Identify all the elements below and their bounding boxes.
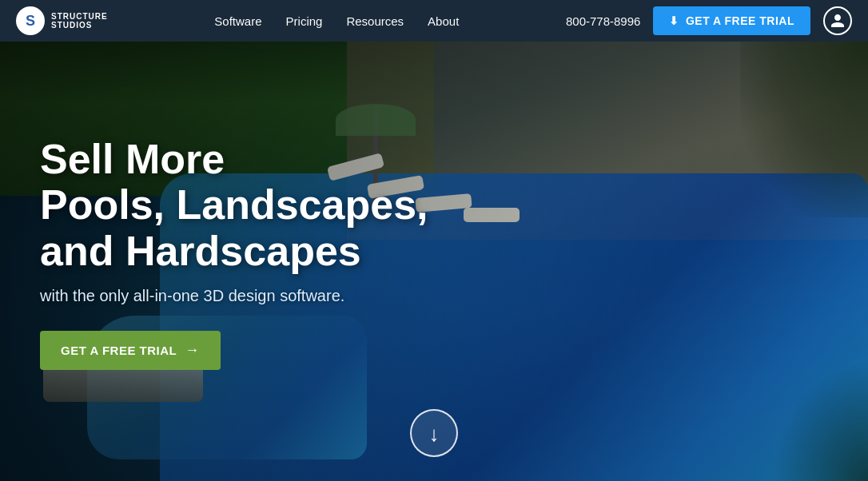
phone-number: 800-778-8996 [566,14,640,28]
brand-name-line1: STRUCTURE [51,12,108,21]
download-icon: ⬇ [669,14,679,27]
hero-subheadline: with the only all-in-one 3D design softw… [40,287,440,305]
hero-headline-line1: Sell More [40,136,225,182]
hero-cta-button[interactable]: GET A FREE TRIAL → [40,331,221,370]
scroll-down-icon: ↓ [429,423,440,444]
hero-headline-line3: and Hardscapes [40,228,361,274]
user-account-icon[interactable] [823,6,852,35]
hero-section: Sell More Pools, Landscapes, and Hardsca… [0,42,868,481]
navbar-cta-label: GET A FREE TRIAL [686,14,794,27]
hero-cta-label: GET A FREE TRIAL [61,344,177,357]
nav-links: Software Pricing Resources About [214,14,459,28]
brand-name-line2: STUDIOS [51,21,108,30]
navbar: S STRUCTURE STUDIOS Software Pricing Res… [0,0,868,42]
nav-item-software[interactable]: Software [214,14,261,28]
navbar-cta-button[interactable]: ⬇ GET A FREE TRIAL [653,6,810,35]
hero-cta-arrow: → [185,342,200,359]
logo-area: S STRUCTURE STUDIOS [16,6,108,35]
navbar-right: 800-778-8996 ⬇ GET A FREE TRIAL [566,6,852,35]
nav-item-resources[interactable]: Resources [346,14,404,28]
brand-name: STRUCTURE STUDIOS [51,12,108,30]
nav-item-about[interactable]: About [428,14,459,28]
hero-headline: Sell More Pools, Landscapes, and Hardsca… [40,137,504,274]
logo-icon[interactable]: S [16,6,45,35]
user-svg [830,13,846,29]
scroll-down-button[interactable]: ↓ [410,409,458,457]
logo-letter: S [26,13,35,30]
hero-headline-line2: Pools, Landscapes, [40,181,428,228]
nav-item-pricing[interactable]: Pricing [286,14,323,28]
